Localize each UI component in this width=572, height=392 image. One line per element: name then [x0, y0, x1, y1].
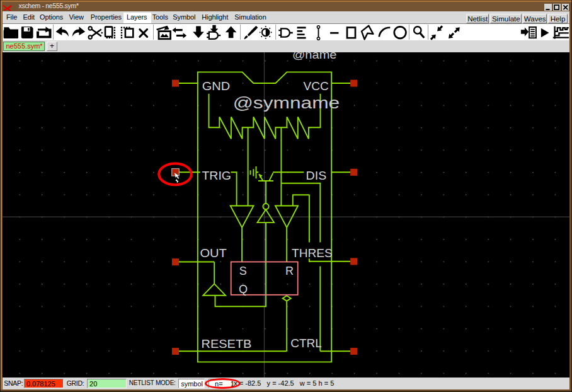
- svg-text:CTRL: CTRL: [290, 337, 322, 350]
- svg-text:S: S: [239, 265, 247, 277]
- svg-text:DIS: DIS: [306, 170, 327, 182]
- svg-text:VCC: VCC: [304, 80, 329, 93]
- svg-text:R: R: [285, 265, 294, 277]
- svg-text:@symname: @symname: [233, 93, 340, 112]
- svg-text:RESETB: RESETB: [202, 338, 252, 350]
- svg-text:GND: GND: [202, 80, 231, 93]
- svg-text:TRIG: TRIG: [202, 170, 231, 182]
- svg-text:THRES: THRES: [292, 247, 333, 260]
- svg-text:Q: Q: [239, 283, 248, 296]
- svg-text:OUT: OUT: [200, 247, 227, 260]
- svg-text:@name: @name: [292, 52, 337, 61]
